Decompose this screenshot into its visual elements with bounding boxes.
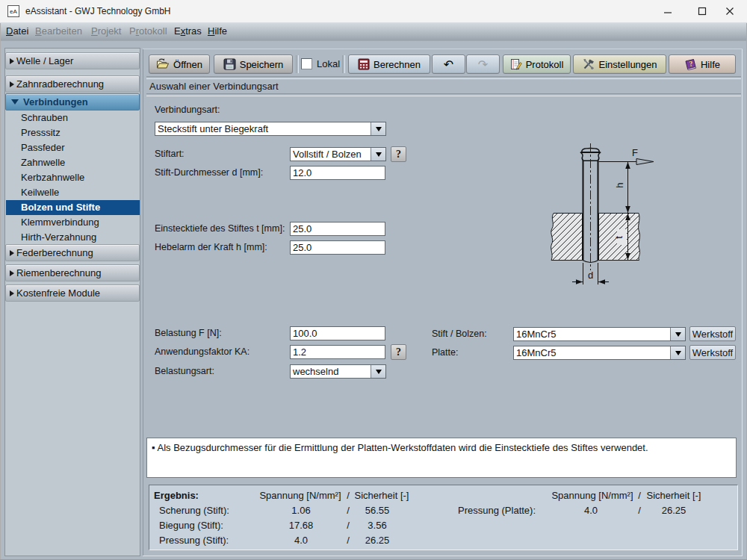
settings-button[interactable]: Einstellungen [573,55,666,74]
open-button[interactable]: Öffnen [149,55,210,74]
toolbar-separator [296,55,299,73]
stiftart-label: Stiftart: [155,147,185,161]
menu-extras[interactable]: Extras [174,22,202,40]
results-col-spannung-left: Spannung [N/mm²] [247,488,354,503]
stiftart-help-button[interactable]: ? [391,146,406,162]
close-icon [725,7,734,16]
sidebar-section-zahnradberechnung[interactable]: Zahnradberechnung [5,75,140,93]
results-col-sep: / [636,488,643,503]
sidebar-section-welle-lager[interactable]: Welle / Lager [5,52,140,69]
stift-werkstoff-button[interactable]: Werkstoff [689,326,736,341]
app-icon: eA [7,5,19,17]
dropdown-arrow-icon[interactable] [371,365,385,378]
sidebar-item-zahnwelle[interactable]: Zahnwelle [6,155,140,170]
protocol-button[interactable]: Protokoll [503,55,571,74]
sidebar-section-riemenberechnung[interactable]: Riemenberechnung [5,264,140,281]
results-title: Ergebnis: [154,488,199,503]
result-row-spannung: 4.0 [260,533,342,547]
calculator-icon [358,58,370,70]
dropdown-arrow-icon[interactable] [670,346,685,359]
sidebar-item-klemmverbindung[interactable]: Klemmverbindung [6,215,140,230]
einstecktiefe-label: Einstecktiefe des Stiftes t [mm]: [155,222,285,236]
maximize-icon [698,7,707,16]
protocol-notepad-icon [510,58,522,70]
sidebar-item-keilwelle[interactable]: Keilwelle [6,185,140,200]
belastungsart-label: Belastungsart: [155,364,214,379]
result-row-label: Pressung (Stift): [159,533,229,547]
maximize-button[interactable] [689,0,715,22]
durchmesser-label: Stift-Durchmesser d [mm]: [155,166,263,180]
platte-werkstoff-button[interactable]: Werkstoff [689,345,736,360]
durchmesser-input[interactable] [290,166,385,180]
collapsed-arrow-icon [10,270,14,276]
result-row-sicherheit: 3.56 [344,518,411,532]
result-row-sicherheit: 26.25 [344,533,411,547]
anwendungsfaktor-help-button[interactable]: ? [391,344,406,360]
belastung-input[interactable] [290,326,385,340]
lever-dimension: h [614,162,630,214]
stiftart-select[interactable]: Vollstift / Bolzen [290,147,386,161]
close-button[interactable] [717,0,743,22]
help-button[interactable]: ? Hilfe [669,55,736,74]
result-row-spannung: 4.0 [550,503,632,517]
sidebar-item-bolzen-und-stifte[interactable]: Bolzen und Stifte [6,200,140,215]
einstecktiefe-input[interactable] [290,222,385,236]
info-box: ▪ Als Bezugsdurchmesser für die Ermittlu… [146,438,737,478]
result-row-label: Biegung (Stift): [159,518,223,532]
title-bar: eA eAssistant - GWJ Technology GmbH [0,0,747,23]
platte-werkstoff-select[interactable]: 16MnCr5 [513,346,686,360]
dropdown-arrow-icon[interactable] [371,122,385,135]
sidebar-item-hirth-verzahnung[interactable]: Hirth-Verzahnung [6,230,140,245]
menu-hilfe[interactable]: Hilfe [208,22,227,40]
results-col-spannung-right: Spannung [N/mm²] [539,488,646,503]
page-subtitle: Auswahl einer Verbindungsart [149,79,279,93]
sidebar-item-presssitz[interactable]: Presssitz [6,125,140,140]
sidebar-item-schrauben[interactable]: Schrauben [6,111,140,125]
sidebar-section-federberechnung[interactable]: Federberechnung [5,244,140,261]
stift-bolzen-label: Stift / Bolzen: [432,327,487,341]
belastungsart-select[interactable]: wechselnd [290,364,386,379]
calculate-button[interactable]: Berechnen [348,55,430,74]
window-frame-left [0,23,1,560]
main-panel-top-border [143,49,743,49]
result-row-spannung: 1.06 [260,503,342,517]
toolbar-separator [342,55,345,73]
expanded-arrow-icon [11,99,19,105]
info-text: ▪ Als Bezugsdurchmesser für die Ermittlu… [152,442,648,454]
minimize-button[interactable] [655,0,681,22]
results-col-sep: / [344,488,352,503]
svg-text:h: h [614,182,625,187]
dropdown-arrow-icon[interactable] [670,328,685,340]
hebelarm-input[interactable] [290,240,385,255]
menu-projekt: Projekt [91,22,121,40]
results-col-sicherheit-left: Sicherheit [-] [353,488,411,503]
local-checkbox[interactable] [301,58,312,69]
anwendungsfaktor-input[interactable] [290,345,385,359]
dropdown-arrow-icon[interactable] [371,148,385,161]
stift-werkstoff-select[interactable]: 16MnCr5 [513,327,686,341]
sidebar-item-passfeder[interactable]: Passfeder [6,140,140,155]
sidebar-item-kerbzahnwelle[interactable]: Kerbzahnwelle [6,170,140,185]
open-folder-icon [156,58,170,70]
undo-icon: ↶ [444,57,453,72]
results-col-sicherheit-right: Sicherheit [-] [645,488,703,503]
menu-datei[interactable]: Datei [6,22,28,40]
result-row-sicherheit: 56.55 [344,503,411,517]
anwendungsfaktor-label: Anwendungsfaktor KA: [155,345,249,359]
result-row-spannung: 17.68 [260,518,342,532]
save-button[interactable]: Speichern [214,55,293,74]
subtitle-separator-line [146,93,741,96]
sidebar-section-verbindungen[interactable]: Verbindungen [5,93,140,111]
local-checkbox-label: Lokal [317,55,340,74]
sidebar-section-kostenfreie-module[interactable]: Kostenfreie Module [5,284,140,302]
verbindungsart-select[interactable]: Steckstift unter Biegekraft [155,122,386,136]
main-panel-right-border [742,49,743,556]
hebelarm-label: Hebelarm der Kraft h [mm]: [155,240,267,255]
collapsed-arrow-icon [10,58,14,64]
collapsed-arrow-icon [10,290,14,296]
svg-text:d: d [588,270,593,281]
undo-button[interactable]: ↶ [432,55,465,74]
window-title: eAssistant - GWJ Technology GmbH [25,0,171,22]
redo-button[interactable]: ↷ [466,55,500,74]
collapsed-arrow-icon [10,81,14,87]
